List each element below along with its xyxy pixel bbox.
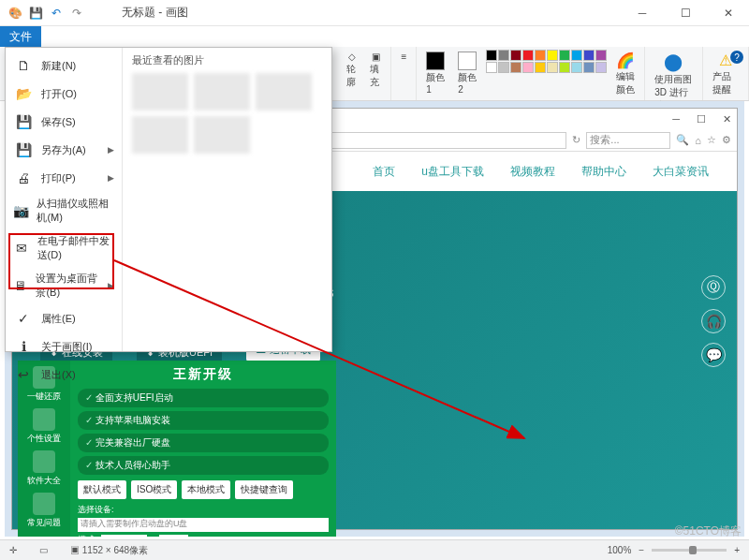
embedded-minimize-icon[interactable]: ─ — [672, 113, 680, 125]
file-menu: 🗋新建(N)📂打开(O)💾保存(S)💾另存为(A)▶🖨打印(P)▶📷从扫描仪或照… — [5, 47, 332, 352]
qq-icon[interactable]: Ⓠ — [701, 275, 726, 300]
color-swatch[interactable] — [486, 62, 497, 73]
save-icon[interactable]: 💾 — [28, 6, 43, 21]
color-swatch[interactable] — [583, 62, 595, 73]
menu-item-icon: 🖨 — [13, 169, 34, 187]
zoom-in-button[interactable]: + — [734, 545, 740, 555]
mode-select-1[interactable]: USB-HDD — [101, 535, 147, 538]
green-tab[interactable]: 本地模式 — [182, 480, 230, 499]
menu-item-label: 另存为(A) — [41, 143, 86, 157]
color-swatch[interactable] — [559, 62, 570, 73]
recent-thumb[interactable] — [132, 73, 188, 111]
recent-title: 最近查看的图片 — [132, 53, 322, 67]
undo-icon[interactable]: ↶ — [49, 6, 64, 21]
color-swatch[interactable] — [535, 50, 546, 61]
menu-item-icon: 🗋 — [13, 56, 34, 75]
green-side-item[interactable]: 软件大全 — [27, 450, 61, 487]
color-swatch[interactable] — [498, 50, 509, 61]
menu-item-icon: 🖥 — [13, 276, 28, 295]
green-tab[interactable]: ISO模式 — [131, 480, 177, 499]
feature-pill: 支持苹果电脑安装 — [78, 411, 329, 430]
home-icon[interactable]: ⌂ — [695, 135, 701, 146]
ribbon-group-stroke: ≡ — [391, 47, 417, 100]
menu-item-label: 在电子邮件中发送(D) — [37, 234, 114, 262]
redo-icon[interactable]: ↷ — [69, 6, 84, 21]
embedded-maximize-icon[interactable]: ☐ — [697, 113, 706, 125]
color2-button[interactable]: 颜色 2 — [454, 50, 480, 96]
search-icon[interactable]: 🔍 — [676, 134, 689, 146]
green-tab[interactable]: 快捷键查询 — [235, 480, 293, 499]
help-icon[interactable]: ? — [730, 51, 743, 64]
stroke-width-button[interactable]: ≡ — [397, 50, 410, 64]
file-menu-item[interactable]: 🖥设置为桌面背景(B)▶ — [6, 267, 122, 304]
headset-icon[interactable]: 🎧 — [701, 309, 726, 333]
zoom-out-button[interactable]: − — [639, 545, 644, 555]
file-menu-item[interactable]: 📂打开(O) — [6, 80, 122, 108]
embedded-close-icon[interactable]: ✕ — [723, 113, 731, 125]
refresh-icon[interactable]: ↻ — [572, 134, 580, 146]
nav-link[interactable]: 视频教程 — [510, 164, 555, 180]
minimize-button[interactable]: ─ — [629, 4, 655, 22]
color-swatch[interactable] — [547, 50, 558, 61]
color-swatch[interactable] — [486, 50, 497, 61]
recent-thumb[interactable] — [256, 73, 312, 111]
color-swatch[interactable] — [559, 50, 570, 61]
green-side-item[interactable]: 个性设置 — [27, 408, 61, 445]
file-menu-item[interactable]: 🗋新建(N) — [6, 52, 122, 80]
menu-item-icon: ✓ — [13, 309, 34, 328]
menu-item-label: 打印(P) — [41, 171, 76, 185]
nav-link[interactable]: 帮助中心 — [581, 164, 626, 180]
color-swatch[interactable] — [535, 62, 546, 73]
recent-thumb[interactable] — [194, 73, 250, 111]
menu-item-label: 保存(S) — [41, 115, 76, 129]
star-icon[interactable]: ☆ — [707, 134, 716, 146]
color-swatch[interactable] — [522, 62, 534, 73]
nav-link[interactable]: 首页 — [373, 164, 395, 180]
color-swatch[interactable] — [510, 50, 521, 61]
file-menu-item[interactable]: ✉在电子邮件中发送(D) — [6, 229, 122, 267]
file-tab[interactable]: 文件 — [0, 26, 41, 47]
file-menu-item[interactable]: 🖨打印(P)▶ — [6, 164, 122, 192]
close-button[interactable]: ✕ — [715, 4, 742, 22]
color-swatch[interactable] — [595, 50, 607, 61]
green-tab[interactable]: 默认模式 — [78, 480, 126, 499]
edit-colors-button[interactable]: 🌈编辑颜色 — [612, 50, 639, 98]
fill-button[interactable]: ▣填充 — [366, 50, 386, 91]
selection-icon: ▭ — [39, 545, 48, 555]
color-swatch[interactable] — [583, 50, 595, 61]
submenu-arrow-icon: ▶ — [108, 173, 114, 183]
color-swatch[interactable] — [522, 50, 534, 61]
color-swatch[interactable] — [510, 62, 521, 73]
recent-thumb[interactable] — [194, 116, 250, 154]
file-menu-item[interactable]: ✓属性(E) — [6, 304, 122, 332]
color-swatch[interactable] — [498, 62, 509, 73]
recent-thumb[interactable] — [132, 116, 188, 154]
outline-button[interactable]: ◇轮廓 — [343, 50, 362, 91]
color-swatch[interactable] — [571, 62, 582, 73]
wechat-icon[interactable]: 💬 — [701, 343, 726, 367]
maximize-button[interactable]: ☐ — [672, 4, 698, 22]
file-menu-item[interactable]: 💾保存(S) — [6, 108, 122, 136]
zoom-slider[interactable] — [652, 549, 727, 552]
color1-button[interactable]: 颜色 1 — [422, 50, 448, 96]
file-menu-item[interactable]: ℹ关于画图(I) — [6, 332, 122, 361]
color-swatch[interactable] — [571, 50, 582, 61]
file-menu-item[interactable]: 💾另存为(A)▶ — [6, 136, 122, 164]
nav-link[interactable]: u盘工具下载 — [421, 164, 484, 180]
submenu-arrow-icon: ▶ — [108, 145, 114, 155]
menu-item-icon: 📂 — [13, 84, 34, 103]
device-input[interactable]: 请插入需要制作启动盘的U盘 — [78, 518, 329, 532]
menu-item-label: 属性(E) — [41, 312, 76, 326]
file-menu-item[interactable]: ↩退出(X) — [6, 361, 122, 389]
file-menu-item[interactable]: 📷从扫描仪或照相机(M) — [6, 192, 122, 229]
search-input[interactable]: 搜索... — [586, 132, 670, 149]
recent-thumbs — [132, 73, 322, 154]
green-tabs: 默认模式ISO模式本地模式快捷键查询 — [78, 480, 329, 499]
mode-select-2[interactable]: NTFS — [159, 535, 189, 538]
menu-item-label: 打开(O) — [41, 87, 77, 101]
nav-link[interactable]: 大白菜资讯 — [653, 164, 709, 180]
color-swatch[interactable] — [547, 62, 558, 73]
green-side-item[interactable]: 常见问题 — [27, 493, 61, 529]
color-swatch[interactable] — [595, 62, 607, 73]
gear-icon[interactable]: ⚙ — [722, 134, 731, 146]
